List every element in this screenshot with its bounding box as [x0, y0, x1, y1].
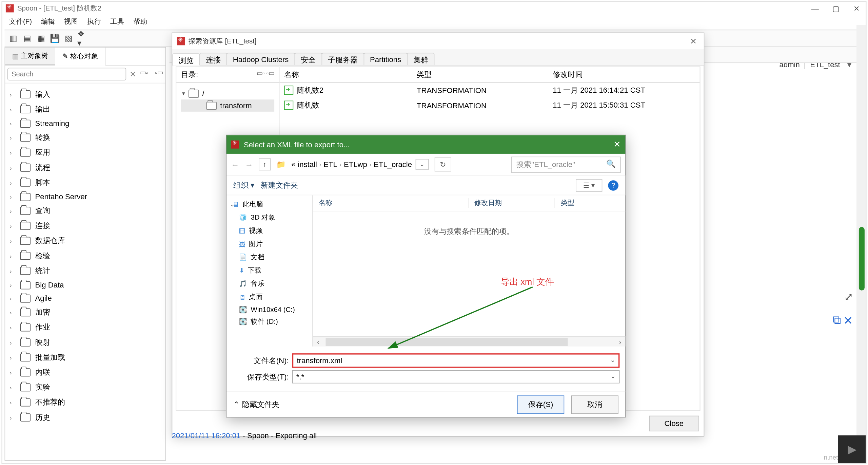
- repo-tab[interactable]: Partitions: [363, 53, 408, 65]
- path-dropdown-icon[interactable]: ⌄: [415, 159, 429, 170]
- col-name[interactable]: 名称: [279, 67, 412, 82]
- navtree-item[interactable]: 🎵音乐: [226, 277, 312, 291]
- category-item[interactable]: ›加密: [5, 305, 165, 320]
- repo-tabs[interactable]: 浏览连接Hadoop Clusters安全子服务器Partitions集群: [172, 49, 704, 66]
- close-panel-icon[interactable]: ✕: [843, 314, 853, 328]
- category-item[interactable]: ›脚本: [5, 175, 165, 190]
- clear-search-icon[interactable]: ✕: [130, 70, 136, 79]
- repo-tab[interactable]: 浏览: [172, 53, 200, 66]
- new-folder-button[interactable]: 新建文件夹: [261, 180, 298, 190]
- navtree-item[interactable]: ⬇下载: [226, 264, 312, 277]
- popout-icon[interactable]: ⧉: [833, 314, 841, 328]
- category-item[interactable]: ›检验: [5, 248, 165, 263]
- menu-file[interactable]: 文件(F): [6, 16, 35, 28]
- repo-close-button[interactable]: Close: [649, 416, 699, 431]
- minimize-button[interactable]: —: [809, 4, 821, 13]
- repo-tab[interactable]: 集群: [407, 53, 435, 65]
- file-search-input[interactable]: 搜索"ETL_oracle" 🔍: [511, 156, 621, 173]
- maximize-panel-icon[interactable]: ⤢: [844, 291, 853, 303]
- refresh-icon[interactable]: ↻: [434, 157, 451, 172]
- search-input[interactable]: [7, 68, 126, 80]
- category-item[interactable]: ›连接: [5, 218, 165, 233]
- nav-back-icon[interactable]: ←: [231, 160, 239, 169]
- close-icon[interactable]: ✕: [613, 139, 621, 150]
- category-item[interactable]: ›输出: [5, 102, 165, 117]
- hide-folders-toggle[interactable]: ⌃隐藏文件夹: [233, 399, 279, 410]
- category-item[interactable]: ›内联: [5, 365, 165, 380]
- col-mtime[interactable]: 修改时间: [548, 67, 700, 82]
- save-button[interactable]: 保存(S): [517, 395, 564, 413]
- save-icon[interactable]: 💾: [50, 33, 60, 44]
- repo-tab[interactable]: Hadoop Clusters: [226, 53, 295, 65]
- floating-widget[interactable]: ▶: [838, 435, 866, 463]
- repo-dir-transform[interactable]: transform: [181, 99, 274, 112]
- expand-all-icon[interactable]: ▭▫: [140, 69, 148, 79]
- explore-icon[interactable]: ▦: [36, 33, 46, 44]
- navtree-item[interactable]: 💽软件 (D:): [226, 315, 312, 329]
- help-icon[interactable]: ?: [608, 180, 618, 190]
- category-item[interactable]: ›应用: [5, 145, 165, 160]
- col-type[interactable]: 类型: [555, 198, 625, 208]
- menu-run[interactable]: 执行: [84, 16, 104, 28]
- category-tree[interactable]: ›输入›输出›Streaming›转换›应用›流程›脚本›Pentaho Ser…: [5, 83, 165, 429]
- category-item[interactable]: ›Agile: [5, 292, 165, 305]
- category-item[interactable]: ›批量加载: [5, 350, 165, 365]
- organize-menu[interactable]: 组织 ▾: [233, 180, 254, 190]
- nav-forward-icon[interactable]: →: [245, 160, 253, 169]
- category-item[interactable]: ›历史: [5, 410, 165, 425]
- repo-tab[interactable]: 安全: [294, 53, 322, 65]
- category-item[interactable]: ›转换: [5, 130, 165, 145]
- category-item[interactable]: ›Streaming: [5, 117, 165, 130]
- open-icon[interactable]: ▤: [22, 33, 33, 44]
- col-mtime[interactable]: 修改日期: [469, 198, 555, 208]
- cancel-button[interactable]: 取消: [571, 395, 618, 413]
- repo-row[interactable]: 随机数TRANSFORMATION11 一月 2021 15:50:31 CST: [279, 98, 699, 113]
- navtree-item[interactable]: 🖼图片: [226, 237, 312, 250]
- maximize-button[interactable]: ▢: [830, 4, 842, 13]
- category-item[interactable]: ›查询: [5, 203, 165, 218]
- navtree-item[interactable]: 📄文档: [226, 251, 312, 264]
- chevron-down-icon[interactable]: ⌄: [610, 356, 615, 365]
- col-name[interactable]: 名称: [313, 198, 469, 208]
- category-item[interactable]: ›映射: [5, 335, 165, 350]
- category-item[interactable]: ›实验: [5, 380, 165, 395]
- view-mode-button[interactable]: ☰ ▾: [576, 179, 603, 191]
- category-item[interactable]: ›统计: [5, 263, 165, 278]
- new-file-icon[interactable]: ▥: [8, 33, 19, 44]
- nav-up-icon[interactable]: ↑: [259, 159, 271, 171]
- savetype-select[interactable]: [296, 372, 611, 381]
- file-nav-tree[interactable]: ⌄🖥此电脑🧊3D 对象🎞视频🖼图片📄文档⬇下载🎵音乐🖥桌面💽Win10x64 (…: [226, 195, 313, 346]
- perspective-icon[interactable]: ❖ ▾: [77, 33, 88, 44]
- navtree-item[interactable]: 🧊3D 对象: [226, 211, 312, 224]
- menu-view[interactable]: 视图: [61, 16, 81, 28]
- menu-tools[interactable]: 工具: [107, 16, 127, 28]
- navtree-item[interactable]: 💽Win10x64 (C:): [226, 304, 312, 315]
- tab-core-objects[interactable]: 核心对象: [55, 48, 105, 66]
- category-item[interactable]: ›不推荐的: [5, 395, 165, 410]
- category-item[interactable]: ›输入: [5, 87, 165, 102]
- menubar[interactable]: 文件(F) 编辑 视图 执行 工具 帮助: [6, 16, 151, 28]
- navtree-item[interactable]: ⌄🖥此电脑: [226, 198, 312, 211]
- repo-row[interactable]: 随机数2TRANSFORMATION11 一月 2021 16:14:21 CS…: [279, 83, 699, 98]
- category-item[interactable]: ›作业: [5, 320, 165, 335]
- repo-tab[interactable]: 子服务器: [321, 53, 364, 65]
- chevron-down-icon[interactable]: ⌄: [610, 372, 615, 381]
- filename-input[interactable]: [297, 356, 610, 365]
- menu-help[interactable]: 帮助: [130, 16, 151, 28]
- menu-edit[interactable]: 编辑: [38, 16, 58, 28]
- close-button[interactable]: ✕: [851, 4, 862, 13]
- col-type[interactable]: 类型: [412, 67, 548, 82]
- close-icon[interactable]: ✕: [688, 37, 699, 46]
- navtree-item[interactable]: 🎞视频: [226, 224, 312, 237]
- repo-tab[interactable]: 连接: [199, 53, 227, 65]
- tree-toggle-icons[interactable]: ▭▫ ▫▭: [257, 70, 274, 80]
- page-scrollbar[interactable]: [856, 25, 866, 461]
- tab-main-tree[interactable]: ▥主对象树: [5, 48, 55, 65]
- breadcrumb[interactable]: « install› ETL› ETLwp› ETL_oracle: [291, 160, 412, 169]
- horizontal-scrollbar[interactable]: ‹›: [313, 336, 625, 347]
- save-as-icon[interactable]: ▧: [63, 33, 74, 44]
- category-item[interactable]: ›Big Data: [5, 278, 165, 292]
- category-item[interactable]: ›数据仓库: [5, 234, 165, 248]
- repo-dir-root[interactable]: ▾/: [181, 87, 274, 99]
- category-item[interactable]: ›Pentaho Server: [5, 190, 165, 203]
